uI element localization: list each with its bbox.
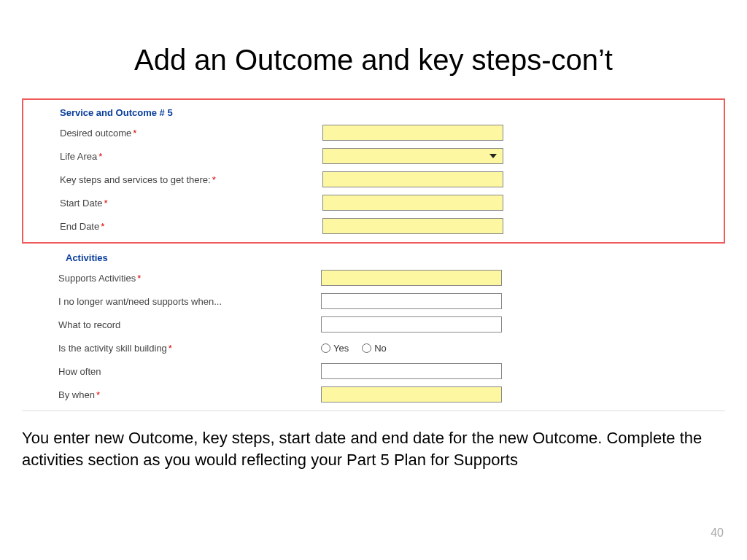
slide-caption: You enter new Outcome, key steps, start … [22, 427, 725, 470]
required-marker: * [133, 128, 136, 139]
row-no-longer: I no longer want/need supports when... [58, 289, 718, 313]
radio-circle-icon [362, 343, 371, 353]
label-desired-outcome: Desired outcome* [60, 128, 322, 139]
input-start-date[interactable] [322, 195, 503, 211]
section-heading-service-outcome: Service and Outcome # 5 [60, 107, 716, 118]
input-key-steps[interactable] [322, 171, 503, 187]
input-supports-activities[interactable] [321, 270, 502, 286]
required-marker: * [104, 198, 108, 209]
row-life-area: Life Area* [60, 144, 716, 168]
label-what-record: What to record [58, 319, 321, 330]
label-start-date: Start Date* [60, 198, 322, 209]
label-end-date: End Date* [60, 221, 322, 232]
service-outcome-highlight: Service and Outcome # 5 Desired outcome*… [22, 98, 725, 244]
input-what-record[interactable] [321, 316, 502, 332]
page-number: 40 [711, 526, 724, 540]
activities-block: Activities Supports Activities* I no lon… [22, 246, 725, 411]
required-marker: * [101, 221, 104, 232]
label-how-often: How often [58, 366, 321, 377]
label-no-longer: I no longer want/need supports when... [58, 296, 321, 307]
required-marker: * [137, 273, 141, 284]
section-heading-activities: Activities [66, 252, 718, 263]
label-supports-activities: Supports Activities* [58, 273, 321, 284]
input-end-date[interactable] [322, 218, 503, 234]
required-marker: * [98, 151, 102, 162]
select-life-area[interactable] [322, 148, 503, 164]
slide-title: Add an Outcome and key steps-con’t [0, 44, 747, 77]
row-by-when: By when* [58, 383, 718, 406]
row-key-steps: Key steps and services to get there:* [60, 168, 716, 191]
input-how-often[interactable] [321, 363, 502, 379]
radio-circle-icon [321, 343, 330, 353]
row-start-date: Start Date* [60, 191, 716, 214]
row-what-record: What to record [58, 313, 718, 336]
row-desired-outcome: Desired outcome* [60, 121, 716, 144]
radio-option-no[interactable]: No [362, 343, 387, 354]
label-key-steps: Key steps and services to get there:* [60, 174, 322, 185]
input-desired-outcome[interactable] [322, 125, 503, 141]
input-by-when[interactable] [321, 386, 502, 402]
radio-label-yes: Yes [333, 343, 349, 354]
required-marker: * [169, 343, 172, 354]
label-by-when: By when* [58, 389, 321, 400]
input-no-longer[interactable] [321, 293, 502, 309]
radio-label-no: No [374, 343, 387, 354]
radio-option-yes[interactable]: Yes [321, 343, 349, 354]
row-skill-building: Is the activity skill building* Yes No [58, 336, 718, 359]
required-marker: * [96, 389, 100, 400]
required-marker: * [212, 174, 216, 185]
label-skill-building: Is the activity skill building* [58, 343, 321, 354]
radio-group-skill-building: Yes No [321, 343, 502, 354]
label-life-area: Life Area* [60, 151, 322, 162]
form-area: Service and Outcome # 5 Desired outcome*… [22, 98, 725, 411]
row-how-often: How often [58, 359, 718, 383]
row-supports-activities: Supports Activities* [58, 266, 718, 289]
row-end-date: End Date* [60, 214, 716, 238]
